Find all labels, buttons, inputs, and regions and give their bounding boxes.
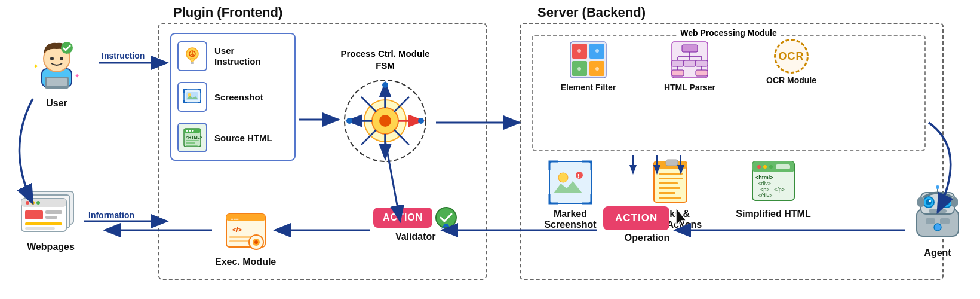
svg-text:✦: ✦ <box>75 72 79 79</box>
svg-text:<html>: <html> <box>755 175 773 181</box>
svg-point-78 <box>558 173 568 182</box>
svg-text:<HTML>: <HTML> <box>186 135 202 139</box>
svg-point-92 <box>757 165 761 169</box>
exec-module-icon: ≡≡≡ </> <box>223 209 268 254</box>
svg-rect-36 <box>186 140 199 141</box>
svg-rect-70 <box>672 60 684 66</box>
svg-rect-84 <box>659 173 683 175</box>
svg-rect-120 <box>917 197 924 207</box>
svg-rect-77 <box>549 161 591 203</box>
element-filter-item: Element Filter <box>540 39 636 92</box>
webproc-label: Web Processing Module <box>677 28 781 38</box>
exec-module-figure: ≡≡≡ </> Exec. Module <box>215 209 276 267</box>
source-html-icon: <HTML> <box>177 123 207 152</box>
validator-badge-icon <box>435 206 457 229</box>
fsm-box: Process Ctrl. Module FSM <box>340 48 430 166</box>
html-parser-item: HTML Parser <box>642 39 738 92</box>
svg-rect-124 <box>940 218 950 224</box>
exec-module-label: Exec. Module <box>215 257 276 267</box>
svg-point-34 <box>192 130 194 132</box>
svg-text:✦: ✦ <box>33 62 39 71</box>
user-icon: ✦ ✦ <box>30 36 84 96</box>
svg-text:<div>: <div> <box>758 181 771 187</box>
svg-rect-16 <box>25 210 43 219</box>
plugin-item-source-html: <HTML> Source HTML <box>177 123 288 152</box>
svg-rect-86 <box>659 182 678 184</box>
svg-rect-75 <box>672 70 684 76</box>
svg-rect-121 <box>951 197 958 207</box>
webproc-items: Element Filter <box>540 39 839 92</box>
svg-rect-64 <box>682 45 698 52</box>
agent-figure: Agent <box>908 185 967 258</box>
svg-rect-71 <box>684 60 696 66</box>
svg-rect-122 <box>929 209 947 213</box>
validator-figure: ACTION Validator <box>373 206 457 242</box>
svg-text:!: ! <box>577 173 579 179</box>
user-instruction-label: UserInstruction <box>214 45 261 67</box>
svg-point-94 <box>769 165 773 169</box>
svg-text:Instruction: Instruction <box>102 51 145 60</box>
validator-label: Validator <box>395 231 436 242</box>
user-label: User <box>46 98 67 109</box>
svg-point-13 <box>26 201 29 205</box>
svg-rect-72 <box>696 60 708 66</box>
svg-text:Information: Information <box>88 210 134 220</box>
html-parser-icon <box>669 39 711 81</box>
source-html-label: Source HTML <box>214 133 272 143</box>
svg-rect-88 <box>659 192 675 194</box>
svg-text:</>: </> <box>232 226 242 233</box>
ocr-icon: OCR <box>774 39 809 74</box>
webpages-figure: Webpages <box>18 185 84 252</box>
svg-point-108 <box>254 240 258 244</box>
webpages-label: Webpages <box>27 242 75 252</box>
marked-screenshot-icon: ! <box>546 158 594 206</box>
svg-point-125 <box>934 224 941 231</box>
plugin-header: Plugin (Frontend) <box>173 5 282 20</box>
svg-point-15 <box>36 201 40 205</box>
simplified-html-icon: <html> <div> <p>...</p> </div> <box>749 158 797 206</box>
validator-action-button[interactable]: ACTION <box>373 208 432 228</box>
svg-point-2 <box>50 57 54 60</box>
svg-rect-85 <box>659 178 683 179</box>
agent-icon <box>908 185 967 245</box>
svg-point-117 <box>944 199 950 205</box>
cursor-icon <box>673 206 691 230</box>
screenshot-label: Screenshot <box>214 92 263 102</box>
marked-screenshot-label: MarkedScreenshot <box>544 209 596 230</box>
operation-action-button[interactable]: ACTION <box>603 206 669 230</box>
svg-point-51 <box>418 118 424 124</box>
svg-text:<p>...</p>: <p>...</p> <box>760 187 785 193</box>
ocr-module-label: OCR Module <box>766 75 816 85</box>
svg-point-33 <box>189 130 191 132</box>
svg-rect-22 <box>191 62 194 64</box>
operation-figure: ACTION Operation <box>603 206 691 243</box>
marked-screenshot-item: ! MarkedScreenshot <box>529 158 612 230</box>
svg-text:</div>: </div> <box>758 193 773 199</box>
plugin-item-screenshot: Screenshot <box>177 82 288 112</box>
svg-rect-83 <box>666 160 678 166</box>
svg-rect-89 <box>659 197 681 199</box>
agent-label: Agent <box>924 248 951 258</box>
webpages-icon <box>18 185 84 239</box>
simplified-html-label: Simplified HTML <box>736 209 810 219</box>
diagram-container: Plugin (Frontend) Server (Backend) Web P… <box>0 0 980 299</box>
ocr-module-item: OCR OCR Module <box>744 39 839 85</box>
svg-rect-123 <box>926 218 935 224</box>
svg-point-32 <box>186 130 188 132</box>
plugin-items-box: UserInstruction Screenshot <box>170 33 296 161</box>
simplified-html-item: <html> <div> <p>...</p> </div> Simplifie… <box>732 158 815 219</box>
plugin-item-user-instruction: UserInstruction <box>177 41 288 71</box>
svg-point-53 <box>382 82 388 88</box>
svg-point-62 <box>595 67 599 71</box>
element-filter-icon <box>567 39 609 81</box>
svg-point-52 <box>346 118 352 124</box>
svg-point-61 <box>577 67 581 71</box>
svg-point-79 <box>576 172 583 179</box>
user-figure: ✦ ✦ User <box>30 36 84 109</box>
svg-text:≡≡≡: ≡≡≡ <box>231 216 239 222</box>
svg-rect-18 <box>45 216 57 219</box>
html-parser-label: HTML Parser <box>664 83 715 92</box>
svg-rect-20 <box>25 227 55 230</box>
svg-point-42 <box>379 115 391 127</box>
process-ctrl-label: Process Ctrl. Module FSM <box>340 48 429 71</box>
